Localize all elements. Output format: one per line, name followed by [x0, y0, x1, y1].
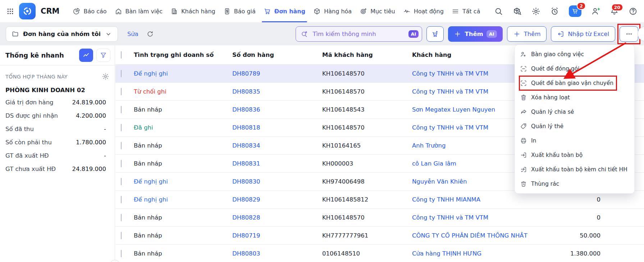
nav-item-ban-lam-viec[interactable]: Bàn làm việc: [111, 0, 166, 22]
row-checkbox[interactable]: [121, 142, 122, 149]
chart-view-button[interactable]: [79, 49, 93, 62]
crm-logo[interactable]: [19, 3, 36, 19]
nav-item-khach-hang[interactable]: Khách hàng: [166, 0, 219, 22]
cell-customer[interactable]: Công ty TNHH và TM VTM: [412, 214, 563, 221]
stat-value: -: [104, 126, 106, 132]
cell-status: Bản nháp: [134, 160, 232, 167]
trash-icon: [520, 94, 527, 101]
cell-status: Bản nháp: [134, 250, 232, 257]
column-header-customer-code[interactable]: Mã khách hàng: [322, 51, 412, 58]
notifications-button[interactable]: 20: [610, 7, 619, 16]
table-row-DH80803[interactable]: Bản nhápDH808030106148510Cửa hàng THỊNH …: [115, 245, 644, 262]
nav-item-label: Hàng hóa: [324, 8, 352, 15]
menu-item-xuat-khau-toan-bo[interactable]: Xuất khẩu toàn bộ: [515, 148, 634, 162]
row-checkbox[interactable]: [121, 196, 122, 203]
cell-order-no[interactable]: DH80835: [232, 88, 322, 95]
menu-item-quet-de-ban-giao-van-chuyen[interactable]: Quét để bàn giao vận chuyển: [515, 76, 634, 90]
add-ai-button[interactable]: Thêm AI: [448, 26, 502, 42]
list-toolbar: Đơn hàng của nhóm tôi Sửa AI Thêm AI Thê…: [0, 22, 644, 45]
cell-order-no[interactable]: DH80834: [232, 142, 322, 149]
filter-button[interactable]: [96, 49, 110, 62]
cell-order-no[interactable]: DH80828: [232, 214, 322, 221]
export-check-icon: [520, 166, 527, 173]
nav-item-don-hang[interactable]: Đơn hàng: [260, 0, 309, 22]
settings-button[interactable]: [531, 7, 540, 16]
menu-item-thung-rac[interactable]: Thùng rác: [515, 177, 634, 191]
menu-item-xuat-khau-toan-bo-kem-chi-tiet-hh[interactable]: Xuất khẩu toàn bộ kèm chi tiết HH: [515, 162, 634, 177]
menu-item-quan-ly-the[interactable]: Quản lý thẻ: [515, 119, 634, 134]
stat-label: Giá trị đơn hàng: [5, 99, 54, 106]
row-checkbox[interactable]: [121, 70, 122, 77]
row-checkbox[interactable]: [121, 124, 122, 131]
refresh-icon[interactable]: [146, 30, 154, 38]
cart-button[interactable]: 2: [569, 5, 581, 17]
cell-status: Bản nháp: [134, 232, 232, 239]
cell-order-no[interactable]: DH80803: [232, 250, 322, 257]
add-button[interactable]: Thêm: [507, 26, 547, 42]
menu-item-ban-giao-cong-viec[interactable]: Bàn giao công việc: [515, 47, 634, 62]
row-checkbox[interactable]: [121, 88, 122, 95]
import-excel-button[interactable]: Nhập từ Excel: [551, 26, 615, 42]
column-header-order-no[interactable]: Số đơn hàng: [232, 51, 322, 58]
column-header-status[interactable]: Tình trạng ghi doanh số: [134, 51, 232, 58]
cell-order-no[interactable]: DH80818: [232, 124, 322, 131]
row-checkbox[interactable]: [121, 250, 122, 257]
menu-item-label: Xuất khẩu toàn bộ kèm chi tiết HH: [531, 166, 627, 173]
search-input[interactable]: [312, 30, 405, 38]
cell-customer[interactable]: CÔNG TY CỔ PHẦN DIÊM THỐNG NHẤT: [412, 232, 563, 239]
table-row-DH80719[interactable]: Bản nhápDH80719KH7777777961CÔNG TY CỔ PH…: [115, 227, 644, 245]
nav-item-muc-tieu[interactable]: Mục tiêu: [356, 0, 399, 22]
row-checkbox[interactable]: [121, 160, 122, 167]
cell-customer[interactable]: Cửa hàng THỊNH HƯNG: [412, 250, 563, 257]
cell-status: Bản nháp: [134, 142, 232, 149]
search-button[interactable]: [494, 7, 503, 16]
cell-status: Bản nháp: [134, 214, 232, 221]
menu-item-in[interactable]: In: [515, 134, 634, 148]
help-button[interactable]: [629, 7, 638, 16]
row-checkbox[interactable]: [121, 232, 122, 239]
cell-amount: 50.000: [563, 232, 644, 239]
row-checkbox[interactable]: [121, 178, 122, 185]
nav-item-label: Khách hàng: [181, 8, 215, 15]
stat-label: Số còn phải thu: [5, 139, 52, 146]
edit-view-link[interactable]: Sửa: [127, 31, 138, 37]
cell-order-no[interactable]: DH80719: [232, 232, 322, 239]
more-actions-button[interactable]: [620, 26, 638, 42]
search-ai-badge: AI: [408, 30, 419, 38]
cell-order-no[interactable]: DH80831: [232, 160, 322, 167]
cell-order-no[interactable]: DH80830: [232, 178, 322, 185]
menu-item-xoa-hang-loat[interactable]: Xóa hàng loạt: [515, 90, 634, 105]
row-checkbox[interactable]: [121, 214, 122, 221]
tag-icon: [520, 123, 527, 130]
stat-value: 4.200.000: [76, 112, 106, 119]
menu-item-quet-de-dong-goi[interactable]: Quét để đóng gói: [515, 62, 634, 76]
cell-order-no[interactable]: DH80789: [232, 70, 322, 77]
cell-order-no[interactable]: DH80829: [232, 196, 322, 203]
add-label: Thêm: [524, 31, 541, 37]
menu-item-label: Xuất khẩu toàn bộ: [531, 152, 583, 158]
main-nav: Báo cáoBàn làm việcKhách hàngBáo giáĐơn …: [69, 0, 484, 22]
cart-scan-button[interactable]: [426, 26, 444, 42]
menu-item-quan-ly-chia-se[interactable]: Quản lý chia sẻ: [515, 105, 634, 119]
app-launcher-icon[interactable]: [6, 8, 14, 15]
nav-item-tat-ca[interactable]: Tất cả: [448, 0, 484, 22]
topbar-actions: 220: [494, 0, 638, 22]
nav-item-bao-gia[interactable]: Báo giá: [219, 0, 260, 22]
cell-customer-code: KH106148570: [322, 88, 412, 95]
row-checkbox[interactable]: [121, 106, 122, 113]
nav-item-hang-hoa[interactable]: Hàng hóa: [309, 0, 356, 22]
select-all-checkbox[interactable]: [121, 51, 122, 59]
cell-customer[interactable]: Công ty TNHH MIANMA: [412, 196, 563, 203]
product-search-button[interactable]: [513, 7, 522, 16]
table-row-DH80828[interactable]: Bản nhápDH80828KH106148570Công ty TNHH v…: [115, 209, 644, 227]
cell-order-no[interactable]: DH80836: [232, 106, 322, 113]
nav-item-bao-cao[interactable]: Báo cáo: [69, 0, 110, 22]
summary-section-header: TỔNG HỢP THÁNG NÀY: [0, 66, 115, 82]
reminder-button[interactable]: [550, 7, 559, 16]
sidebar-title: Thống kê nhanh: [5, 51, 76, 59]
add-user-button[interactable]: [591, 7, 600, 16]
view-selector[interactable]: Đơn hàng của nhóm tôi: [6, 26, 118, 42]
nav-item-hoat-dong[interactable]: Hoạt động: [399, 0, 448, 22]
gear-icon[interactable]: [102, 73, 109, 80]
notifications-badge: 20: [611, 4, 623, 11]
